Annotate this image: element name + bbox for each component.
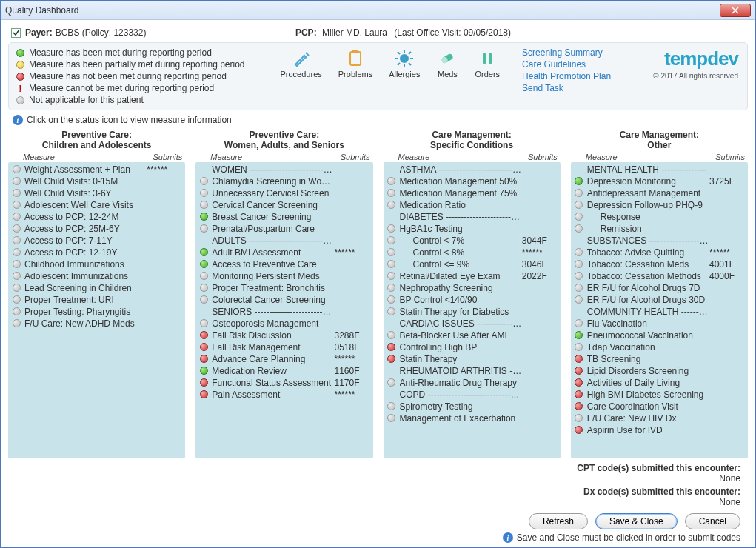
status-icon[interactable] [198,189,209,197]
status-icon[interactable] [574,331,584,339]
status-icon[interactable] [11,295,21,304]
status-icon[interactable] [387,414,397,422]
measure-row: Depression Monitoring3725F [574,176,745,187]
status-icon[interactable] [387,224,397,233]
status-icon[interactable] [387,378,397,387]
payer-checkbox[interactable] [11,28,21,38]
measure-row: High BMI Diabetes Screening [574,389,745,401]
status-icon[interactable] [11,189,21,197]
hint-row: i Click on the status icon to view measu… [13,115,748,125]
status-dot-gray [575,201,583,209]
status-icon[interactable] [387,295,397,304]
status-icon[interactable] [198,213,209,221]
status-icon[interactable] [574,343,584,351]
status-icon[interactable] [387,355,397,363]
orders-button[interactable]: Orders [475,47,500,78]
status-icon[interactable] [198,355,209,363]
status-icon[interactable] [11,319,21,327]
status-dot-gray [13,213,21,221]
allergies-button[interactable]: Allergies [389,47,420,78]
status-icon[interactable] [11,272,21,280]
status-dot-gray [13,248,21,256]
meds-button[interactable]: Meds [436,47,458,78]
status-icon[interactable] [198,331,209,339]
status-icon[interactable] [198,177,209,185]
status-icon[interactable] [11,165,21,173]
procedures-button[interactable]: Procedures [281,47,322,78]
status-icon[interactable] [198,260,209,268]
status-icon[interactable] [574,224,584,233]
measure-label: Childhood Immunizations [24,259,147,270]
status-icon[interactable] [198,248,209,256]
status-icon[interactable] [387,272,397,280]
status-dot-green [200,248,208,256]
status-icon[interactable] [11,236,21,244]
link-send-task[interactable]: Send Task [522,83,611,93]
status-icon[interactable] [574,295,584,304]
status-icon[interactable] [387,402,397,410]
measure-row: Lead Screening in Children [11,282,182,294]
footer-note: i Save and Close must be clicked in orde… [8,531,748,543]
measure-row: Response [574,211,745,223]
status-icon[interactable] [387,284,397,292]
status-icon[interactable] [574,355,584,363]
status-icon[interactable] [574,213,584,221]
status-icon[interactable] [387,307,397,315]
status-icon[interactable] [574,189,584,197]
status-icon[interactable] [11,177,21,185]
cancel-button[interactable]: Cancel [685,513,740,529]
status-icon[interactable] [198,367,209,375]
link-health-promotion-plan[interactable]: Health Promotion Plan [522,71,611,81]
status-icon[interactable] [574,414,584,422]
status-icon[interactable] [387,189,397,197]
status-icon[interactable] [11,260,21,268]
status-icon[interactable] [198,390,209,398]
status-icon[interactable] [198,295,209,304]
status-icon[interactable] [387,343,397,351]
status-icon[interactable] [574,378,584,387]
save-close-button[interactable]: Save & Close [595,513,678,529]
status-icon[interactable] [574,177,584,185]
status-icon[interactable] [574,284,584,292]
status-icon[interactable] [574,367,584,375]
refresh-button[interactable]: Refresh [529,513,588,529]
problems-button[interactable]: Problems [338,47,372,78]
status-icon[interactable] [11,224,21,233]
status-icon[interactable] [574,402,584,410]
status-icon[interactable] [387,236,397,244]
status-icon[interactable] [198,224,209,233]
status-icon[interactable] [198,319,209,327]
status-icon[interactable] [198,343,209,351]
status-icon[interactable] [574,390,584,398]
status-icon[interactable] [574,319,584,327]
status-icon[interactable] [198,201,209,209]
status-icon[interactable] [198,272,209,280]
status-icon[interactable] [198,378,209,387]
measure-label: Statin Therapy [400,354,522,364]
status-icon[interactable] [574,426,584,434]
status-icon[interactable] [11,213,21,221]
status-icon[interactable] [387,201,397,209]
status-dot-gray [16,96,24,104]
status-icon[interactable] [11,201,21,209]
status-icon[interactable] [387,177,397,185]
link-screening-summary[interactable]: Screening Summary [522,47,611,58]
svg-point-2 [400,54,409,63]
measure-row: Control <= 9%3046F [387,258,558,270]
status-icon[interactable] [11,307,21,315]
status-icon[interactable] [11,248,21,256]
status-icon[interactable] [198,284,209,292]
status-icon[interactable] [387,248,397,256]
measure-row: Tobacco: Cessation Meds4001F [574,258,745,270]
status-icon[interactable] [574,248,584,256]
measure-label: DIABETES --------------------------- [400,212,522,222]
status-icon[interactable] [574,260,584,268]
close-button[interactable] [720,4,751,17]
status-dot-gray [387,189,395,197]
status-icon[interactable] [574,201,584,209]
status-icon[interactable] [574,272,584,280]
status-icon[interactable] [387,260,397,268]
status-icon[interactable] [11,284,21,292]
link-care-guidelines[interactable]: Care Guidelines [522,59,611,70]
status-icon[interactable] [387,331,397,339]
